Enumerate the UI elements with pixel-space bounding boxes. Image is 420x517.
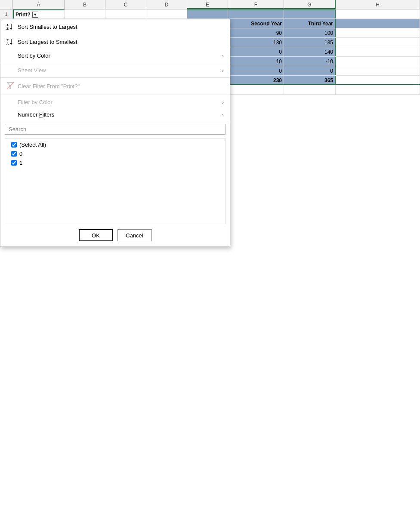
search-input[interactable] [5, 124, 225, 135]
menu-item-sort-asc[interactable]: A Z Sort Smallest to Largest [0, 19, 230, 34]
sheet-view-arrow: › [222, 68, 224, 73]
menu-item-clear-filter[interactable]: Clear Filter From "Print?" [0, 79, 230, 94]
cell-f5: 0 [228, 47, 284, 56]
ok-button[interactable]: OK [79, 229, 113, 241]
cell-e1 [187, 9, 228, 18]
cell-g2: Third Year [284, 19, 336, 28]
cell-c1 [105, 9, 146, 18]
sort-color-label: Sort by Color [18, 52, 219, 59]
checkbox-0[interactable] [11, 151, 17, 157]
cell-g9 [284, 85, 336, 94]
sheet-view-label: Sheet View [18, 67, 219, 74]
menu-item-filter-color[interactable]: Filter by Color › [0, 96, 230, 108]
cell-b1 [65, 9, 105, 18]
cell-g5: 140 [284, 47, 336, 56]
col-h-header: H [336, 0, 420, 9]
row-1: 1 Print? ▼ [0, 9, 420, 19]
menu-item-sort-desc[interactable]: Z A Sort Largest to Smallest [0, 34, 230, 49]
cell-f9 [228, 85, 284, 94]
sort-desc-label: Sort Largest to Smallest [18, 39, 224, 45]
cell-rest-8 [336, 76, 420, 85]
clear-filter-label: Clear Filter From "Print?" [18, 83, 224, 89]
cell-rest-3 [336, 28, 420, 37]
col-g-header: G [284, 0, 336, 9]
checkbox-select-all[interactable] [11, 142, 17, 148]
menu-item-sheet-view[interactable]: Sheet View › [0, 64, 230, 77]
check-label-0: 0 [19, 151, 22, 157]
cell-d1 [146, 9, 187, 18]
column-headers: A B C D E F G H [0, 0, 420, 9]
svg-text:A: A [6, 24, 9, 27]
filter-dropdown-menu: A Z Sort Smallest to Largest Z A Sort La… [0, 19, 230, 247]
svg-marker-3 [10, 28, 12, 30]
col-c-header: C [105, 0, 146, 9]
cell-rest-1 [336, 9, 420, 18]
separator-3 [0, 95, 230, 95]
search-box-wrap [0, 121, 230, 137]
sort-color-arrow: › [222, 53, 224, 58]
svg-text:A: A [6, 42, 9, 45]
col-a-header: A [13, 0, 65, 9]
spreadsheet: A B C D E F G H 1 Print? ▼ [0, 0, 420, 517]
cancel-button[interactable]: Cancel [117, 229, 152, 241]
cell-rest-9 [336, 85, 420, 94]
cell-rest-5 [336, 47, 420, 56]
cell-rest-2 [336, 19, 420, 28]
check-item-0[interactable]: 0 [11, 149, 219, 158]
menu-item-number-filters[interactable]: Number Filters › [0, 108, 230, 121]
cell-f4: 130 [228, 38, 284, 47]
svg-text:Z: Z [6, 27, 9, 30]
cell-rest-6 [336, 57, 420, 66]
cell-g1 [284, 9, 336, 18]
check-item-select-all[interactable]: (Select All) [11, 140, 219, 149]
corner-header [0, 0, 13, 9]
cell-f6: 10 [228, 57, 284, 66]
svg-text:Z: Z [6, 38, 9, 42]
az-asc-icon: A Z [6, 22, 14, 31]
separator-2 [0, 77, 230, 78]
cell-f1 [228, 9, 284, 18]
filter-color-label: Filter by Color [18, 99, 219, 105]
button-row: OK Cancel [0, 225, 230, 246]
cell-f2: Second Year [228, 19, 284, 28]
clear-filter-icon [6, 82, 14, 91]
cell-g6: -10 [284, 57, 336, 66]
cell-f8: 230 [228, 76, 284, 85]
checkbox-1[interactable] [11, 160, 17, 166]
sort-asc-label: Sort Smallest to Largest [18, 24, 224, 30]
separator-1 [0, 63, 230, 63]
cell-g3: 100 [284, 28, 336, 37]
check-label-1: 1 [19, 160, 22, 166]
col-f-header: F [228, 0, 284, 9]
col-e-header: E [187, 0, 228, 9]
cell-g7: 0 [284, 66, 336, 75]
az-desc-icon: Z A [6, 37, 14, 46]
cell-f7: 0 [228, 66, 284, 75]
svg-marker-7 [10, 43, 12, 45]
row-num-1: 1 [0, 9, 13, 18]
cell-g4: 135 [284, 38, 336, 47]
filter-dropdown-button[interactable]: ▼ [32, 12, 38, 18]
check-label-select-all: (Select All) [19, 142, 46, 148]
cell-a1: Print? ▼ [13, 9, 65, 18]
number-filters-label: Number Filters [18, 111, 219, 118]
col-d-header: D [146, 0, 187, 9]
check-item-1[interactable]: 1 [11, 158, 219, 167]
cell-g8: 365 [284, 76, 336, 85]
menu-item-sort-color[interactable]: Sort by Color › [0, 49, 230, 62]
number-filters-arrow: › [222, 112, 224, 117]
filter-color-arrow: › [222, 100, 224, 105]
cell-f3: 90 [228, 28, 284, 37]
col-b-header: B [65, 0, 105, 9]
checklist-area: (Select All) 0 1 [5, 138, 225, 224]
cell-rest-7 [336, 66, 420, 75]
print-label: Print? [15, 10, 31, 19]
cell-rest-4 [336, 38, 420, 47]
